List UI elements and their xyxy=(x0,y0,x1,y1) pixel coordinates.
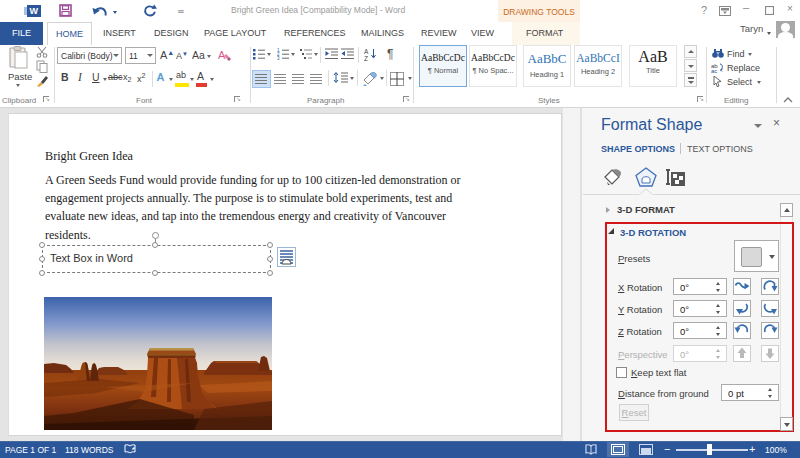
svg-text:3: 3 xyxy=(277,56,280,60)
svg-text:A: A xyxy=(218,49,226,61)
svg-text:Z: Z xyxy=(364,55,368,62)
svg-text:ac: ac xyxy=(711,68,717,73)
svg-text:A: A xyxy=(364,48,369,55)
